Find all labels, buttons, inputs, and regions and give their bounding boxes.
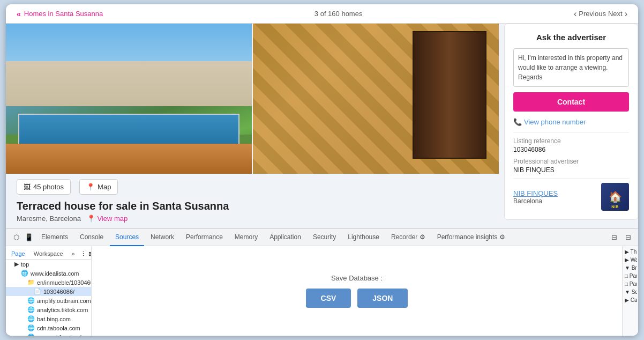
phone-icon: 📞 — [513, 118, 522, 126]
property-image-pool[interactable] — [6, 24, 252, 174]
save-db-label: Save Database : — [331, 274, 383, 282]
prev-button[interactable]: Previous — [579, 10, 606, 18]
property-image-interior[interactable] — [253, 24, 499, 174]
back-icon[interactable]: « — [17, 10, 21, 18]
photo-map-bar: 🖼 45 photos 📍 Map — [17, 174, 488, 200]
tab-performance-insights[interactable]: Performance insights ⚙ — [432, 229, 511, 246]
contact-card: Ask the advertiser Hi, I'm interested in… — [504, 24, 638, 220]
right-panel-call: ▶ Call — [624, 297, 637, 304]
tree-domain4-icon: 🌐 — [27, 315, 35, 322]
workspace-tab[interactable]: Workspace — [31, 249, 66, 258]
devtools-main: Save Database : CSV JSON — [92, 246, 622, 336]
advertiser-logo[interactable]: 🏠 NIB — [601, 183, 629, 211]
photos-button[interactable]: 🖼 45 photos — [17, 179, 71, 195]
file-tree: Page Workspace » ⋮ ⊞ ▶ top 🌐 www.idealis… — [6, 246, 92, 336]
tab-console[interactable]: Console — [74, 229, 109, 246]
devtools-cursor-icon[interactable]: ⬡ — [10, 232, 22, 243]
listing-reference: Listing reference 103046086 — [513, 137, 629, 153]
view-map-link[interactable]: 📍 View map — [87, 215, 128, 223]
divider — [513, 132, 629, 133]
devtools-dock-left-icon[interactable]: ⊟ — [608, 232, 620, 243]
divider-2 — [513, 178, 629, 179]
tree-file-icon: 📄 — [34, 288, 41, 295]
tree-item-taboola[interactable]: 🌐 cdn.taboola.com — [6, 323, 91, 332]
property-info: Terraced house for sale in Santa Susanna… — [17, 200, 488, 228]
tree-domain6-icon: 🌐 — [27, 334, 35, 336]
tree-item-bing[interactable]: 🌐 bat.bing.com — [6, 314, 91, 323]
tree-item-facebook[interactable]: 🌐 connect.facebook.net — [6, 332, 91, 336]
property-title: Terraced house for sale in Santa Susanna — [17, 200, 488, 212]
professional-advertiser: Professional advertiser NIB FINQUES — [513, 158, 629, 174]
pool-surround — [6, 144, 252, 174]
logo-house-icon: 🏠 — [609, 190, 622, 203]
map-pin-icon: 📍 — [86, 183, 95, 191]
devtools-dock-bottom-icon[interactable]: ⊟ — [622, 232, 634, 243]
devtools-panel: ⬡ 📱 Elements Console Sources Network Per… — [6, 228, 638, 336]
export-buttons: CSV JSON — [306, 289, 408, 308]
tree-folder-icon: 📁 — [27, 279, 35, 286]
next-button[interactable]: Next — [608, 10, 623, 18]
message-box[interactable]: Hi, I'm interested in this property and … — [513, 48, 629, 87]
tab-elements[interactable]: Elements — [36, 229, 73, 246]
tab-application[interactable]: Application — [264, 229, 306, 246]
tree-item-103046086[interactable]: 📄 103046086/ — [6, 287, 91, 296]
chevron-right-icon — [625, 9, 627, 19]
tree-item-top[interactable]: ▶ top — [6, 260, 91, 269]
main-content: 🖼 45 photos 📍 Map Terraced house for sal… — [6, 24, 638, 228]
tab-sources[interactable]: Sources — [110, 229, 144, 246]
tree-domain5-icon: 🌐 — [27, 324, 35, 331]
right-panel-pause1: □ Paus — [624, 272, 637, 279]
more-tabs-btn[interactable]: » — [69, 249, 78, 258]
map-button[interactable]: 📍 Map — [79, 179, 118, 195]
camera-icon: 🖼 — [24, 183, 31, 191]
tree-item-inmueble[interactable]: 📁 en/inmueble/103046086 — [6, 278, 91, 287]
tree-more-icon[interactable]: ⋮ — [80, 250, 86, 257]
right-panel-pause2: □ Paus — [624, 280, 637, 287]
devtools-tabs: ⬡ 📱 Elements Console Sources Network Per… — [6, 229, 638, 246]
map-icon-small: 📍 — [87, 215, 95, 223]
chevron-left-icon — [574, 9, 576, 19]
tree-item-idealista[interactable]: 🌐 www.idealista.com — [6, 269, 91, 278]
door-frame — [413, 31, 486, 159]
advertiser-name-link[interactable]: NIB FINQUES — [513, 189, 558, 197]
breadcrumb-link[interactable]: Homes in Santa Susanna — [24, 10, 103, 18]
advertiser-info: NIB FINQUES Barcelona — [513, 189, 558, 205]
tab-network[interactable]: Network — [145, 229, 179, 246]
tree-domain-icon: 🌐 — [21, 270, 28, 277]
devtools-body: Page Workspace » ⋮ ⊞ ▶ top 🌐 www.idealis… — [6, 246, 638, 336]
site-topbar: « Homes in Santa Susanna 3 of 160 homes … — [6, 4, 638, 24]
tree-item-tiktok[interactable]: 🌐 analytics.tiktok.com — [6, 305, 91, 314]
phone-link[interactable]: 📞 View phone number — [513, 118, 629, 126]
tab-lighthouse[interactable]: Lighthouse — [342, 229, 385, 246]
advertiser-row: NIB FINQUES Barcelona 🏠 NIB — [513, 183, 629, 211]
tree-expand-icon: ▶ — [14, 261, 19, 268]
property-location: Maresme, Barcelona 📍 View map — [17, 215, 488, 223]
contact-button[interactable]: Contact — [513, 92, 629, 112]
right-panel-breakpoints: ▼ Break — [624, 264, 637, 271]
right-panel-scope: ▼ Scope — [624, 289, 637, 295]
sidebar: Ask the advertiser Hi, I'm interested in… — [499, 24, 638, 228]
right-panel-watch: ▶ Watc — [624, 256, 637, 263]
property-images — [6, 24, 499, 174]
logo-text: NIB — [611, 205, 619, 209]
devtools-right-panel: ▶ Thre ▶ Watc ▼ Break □ Paus □ Paus ▼ Sc… — [622, 246, 638, 336]
contact-title: Ask the advertiser — [513, 33, 629, 42]
breadcrumb: « Homes in Santa Susanna — [17, 10, 103, 18]
tab-performance[interactable]: Performance — [181, 229, 228, 246]
csv-button[interactable]: CSV — [306, 289, 351, 308]
tree-domain3-icon: 🌐 — [27, 306, 35, 313]
page-tab[interactable]: Page — [8, 249, 28, 258]
advertiser-city: Barcelona — [513, 197, 558, 205]
devtools-device-icon[interactable]: 📱 — [23, 232, 35, 243]
json-button[interactable]: JSON — [357, 289, 408, 308]
right-panel-threads: ▶ Thre — [624, 248, 637, 255]
prev-next-nav: Previous Next — [574, 9, 627, 19]
property-section: 🖼 45 photos 📍 Map Terraced house for sal… — [6, 24, 499, 228]
tree-item-outbrain[interactable]: 🌐 amplify.outbrain.com — [6, 296, 91, 305]
browser-window: « Homes in Santa Susanna 3 of 160 homes … — [6, 4, 638, 336]
buildings-bg — [6, 61, 252, 106]
tree-domain2-icon: 🌐 — [27, 297, 35, 304]
tab-recorder[interactable]: Recorder ⚙ — [386, 229, 431, 246]
tab-security[interactable]: Security — [308, 229, 341, 246]
tab-memory[interactable]: Memory — [229, 229, 263, 246]
